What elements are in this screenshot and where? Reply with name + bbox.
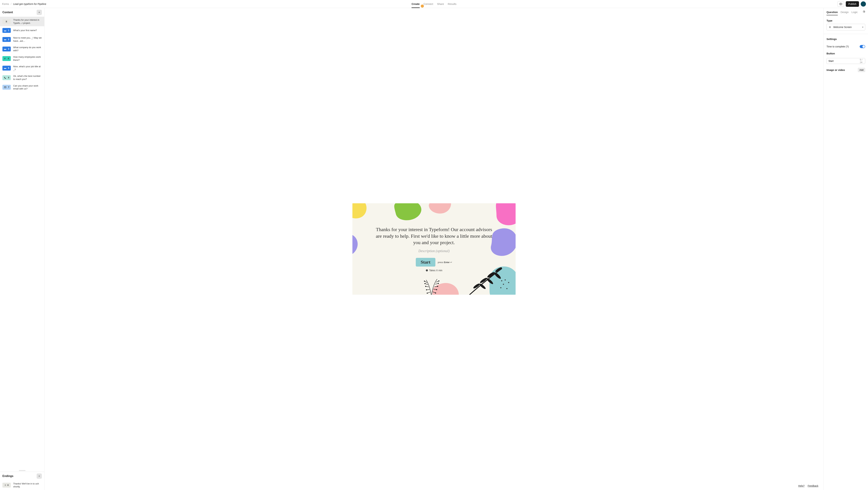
svg-point-26 [435,292,436,293]
tab-results[interactable]: Results [448,0,456,8]
setting-label: Time to complete (?) [827,45,849,48]
header-right: Publish [837,1,866,7]
content-item-welcome[interactable]: Thanks for your interest in Typefo...r p… [0,17,44,26]
content-item-1[interactable]: ▬1 What's your first name? [0,26,44,35]
content-heading: Content [2,11,13,14]
short-text-icon: ▬3 [2,47,11,52]
ending-item-a[interactable]: A Thanks! We'll be in to uch shortly. [0,481,44,490]
eye-icon [839,2,842,5]
add-media-button[interactable]: Add [858,68,865,72]
add-ending-button[interactable] [37,473,42,479]
plus-icon [38,475,40,477]
breadcrumb-separator: / [11,3,11,5]
svg-point-32 [493,271,501,280]
endings-section-header: Endings [0,472,44,481]
avatar[interactable] [861,1,866,7]
content-section-header: Content [0,8,44,17]
right-tabs: Question Design Logic [827,10,865,16]
content-item-3[interactable]: ▬3 What company do you work with? [0,44,44,54]
number-icon: #4 [2,56,11,61]
content-item-6[interactable]: 6 Ok, what's the best number to reach yo… [0,73,44,82]
svg-point-0 [840,3,841,4]
footer-links: Help? Feedback [798,485,818,487]
breadcrumb: Forms / Lead gen typeform for Pipeline [2,3,46,5]
rtab-logic[interactable]: Logic [851,10,858,15]
svg-point-24 [437,286,438,287]
publish-button[interactable]: Publish [846,1,859,7]
button-char-counter: 5 / 24 [860,58,863,64]
content-item-7[interactable]: 7 Can you share your work email with us? [0,83,44,92]
tab-create[interactable]: Create [412,0,420,8]
svg-point-20 [426,289,427,290]
tab-connect[interactable]: Connect [424,0,433,8]
app-header: Forms / Lead gen typeform for Pipeline C… [0,0,868,8]
form-preview[interactable]: Thanks for your interest in Typeform! Ou… [352,203,516,295]
email-icon: 7 [2,85,11,90]
plant-right [467,267,505,295]
svg-rect-5 [5,485,5,486]
breadcrumb-title[interactable]: Lead gen typeform for Pipeline [13,3,46,5]
time-toggle[interactable] [860,45,865,48]
question-type-select[interactable]: Welcome Screen ▾ [827,24,865,30]
blob-pink-top [425,203,455,217]
welcome-screen-icon [2,19,11,24]
welcome-screen-icon [829,25,832,29]
left-panel: Content Thanks for your interest in Type… [0,8,44,490]
item-label: What's your first name? [13,29,42,32]
add-content-button[interactable] [37,10,42,15]
blob-yellow [352,203,378,224]
item-label: Can you share your work email with us? [13,84,42,90]
rtab-design[interactable]: Design [841,10,849,15]
press-enter-hint: press Enter ↵ [438,261,452,264]
button-text-input[interactable] [829,60,859,62]
short-text-icon: ▬5 [2,66,11,70]
plant-left [416,274,446,295]
svg-rect-37 [830,26,831,28]
svg-point-33 [495,267,503,273]
item-label: Thanks! We'll be in to uch shortly. [13,482,42,488]
blob-green [392,203,427,224]
item-label: Nice to meet you, _! May we have...ast… [13,36,42,42]
short-text-icon: ▬1 [2,28,11,33]
time-to-complete: Takes X min [426,269,442,272]
plus-icon [38,11,40,13]
help-link[interactable]: Help? [798,485,805,487]
canvas-wrap: Thanks for your interest in Typeform! Ou… [44,8,824,490]
clock-icon [426,269,428,271]
blob-magenta [493,203,516,228]
media-row: Image or video Add [827,68,865,72]
item-label: How many employees work there? [13,55,42,61]
rtab-question[interactable]: Question [827,10,838,15]
start-button[interactable]: Start [416,258,435,266]
welcome-title[interactable]: Thanks for your interest in Typeform! Ou… [373,226,495,246]
start-row: Start press Enter ↵ [416,258,452,266]
endings-heading: Endings [2,474,13,478]
svg-point-25 [436,289,437,290]
svg-point-17 [424,281,425,282]
time-to-complete-setting: Time to complete (?) [827,45,865,48]
settings-gear-button[interactable] [863,10,865,16]
tab-share[interactable]: Share [437,0,444,8]
svg-point-10 [508,282,509,283]
short-text-icon: ▬2 [2,37,11,42]
content-items: Thanks for your interest in Typefo...r p… [0,17,44,469]
resize-grip[interactable] [19,470,26,471]
content-item-4[interactable]: #4 How many employees work there? [0,54,44,63]
content-item-2[interactable]: ▬2 Nice to meet you, _! May we have...as… [0,35,44,44]
phone-icon: 6 [2,75,11,80]
svg-point-12 [506,288,507,289]
preview-button[interactable] [837,1,844,7]
svg-point-21 [427,293,428,294]
blob-purple-left [352,231,361,255]
chevron-down-icon: ▾ [862,26,863,28]
button-label: Button [827,52,865,55]
feedback-link[interactable]: Feedback [808,485,818,487]
breadcrumb-root[interactable]: Forms [2,3,9,5]
connect-indicator-dot [421,4,424,8]
welcome-description[interactable]: Description (optional) [418,249,450,253]
item-label: Ok, what's the best number to reach you? [13,75,42,81]
divider [824,34,868,34]
content-item-5[interactable]: ▬5 Nice, what's your job title at _? [0,63,44,73]
type-label: Type [827,19,865,22]
svg-rect-3 [7,21,7,22]
